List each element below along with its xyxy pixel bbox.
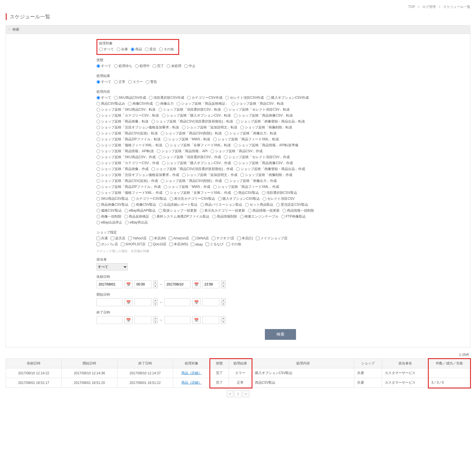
shop-check[interactable]: SHOPLIST店 (121, 242, 145, 247)
content-radio[interactable]: ショップ反映「商品画像」転送 (97, 119, 149, 124)
target-link[interactable]: 商品（詳細） (181, 381, 202, 385)
content-radio[interactable]: すべて (97, 95, 111, 100)
content-radio[interactable]: eBay商品API取込 (125, 208, 156, 213)
shop-check[interactable]: ebay (191, 242, 203, 246)
result-radio[interactable]: すべて (97, 80, 111, 84)
content-radio[interactable]: ショップ反映「MWS」作成 (164, 184, 210, 189)
shop-check[interactable]: Qoo10店 (148, 242, 166, 247)
content-radio[interactable]: ショップ反映「項目選択肢CSV」作成 (158, 155, 221, 160)
content-radio[interactable]: ショップ反映「商品画像CSV」転送 (234, 113, 293, 118)
content-radio[interactable]: 商品バリエーション取込 (200, 202, 242, 207)
content-radio[interactable]: 画像一括削除 (97, 214, 121, 219)
time-from[interactable] (134, 298, 151, 306)
pager-prev[interactable]: < (227, 390, 233, 397)
content-radio[interactable]: ショップ反映「購入オプションCSV」作成 (162, 161, 231, 166)
content-radio[interactable]: ショップ反映「商品フィードXML」作成 (213, 184, 279, 189)
content-radio[interactable]: カテゴリーCSV取込 (131, 196, 167, 201)
date-from[interactable] (97, 316, 123, 324)
content-radio[interactable]: 商品情報一括更新 (248, 208, 280, 213)
content-radio[interactable]: ショップ反映「画像削除」作成 (240, 173, 292, 177)
shop-check[interactable]: 本店(C) (237, 236, 253, 241)
status-radio[interactable]: 中止 (184, 64, 196, 68)
pager-current[interactable]: 1 (235, 390, 241, 397)
content-radio[interactable]: ショップ反映「画像削除」転送 (240, 125, 292, 130)
content-radio[interactable]: ショップ反映「商品反映検証」 (177, 101, 229, 106)
breadcrumb-top[interactable]: TOP (408, 5, 415, 9)
content-radio[interactable]: ショップ反映「商品フィードXML」転送 (213, 137, 279, 142)
target-link[interactable]: 商品（詳細） (181, 371, 202, 375)
time-stepper[interactable]: ▲▼ (221, 280, 226, 288)
target-radio[interactable]: 商品 (131, 47, 142, 52)
content-radio[interactable]: ショップ反映「商品ZIPファイル」作成 (97, 184, 161, 189)
content-radio[interactable]: ショップ反映「追加説明文」作成 (182, 173, 237, 177)
target-radio[interactable]: 在庫 (117, 47, 128, 52)
content-radio[interactable]: セレクト項目CSV (263, 196, 295, 201)
date-to[interactable] (164, 298, 190, 306)
content-radio[interactable]: セレクト項目CSV作成 (225, 95, 264, 100)
content-radio[interactable]: ショップ反映「商品CSV(追加)」作成 (97, 179, 158, 183)
calendar-icon[interactable]: 📅 (192, 298, 201, 306)
content-radio[interactable]: ショップ反映「追加説明文」転送 (182, 125, 237, 130)
shop-check[interactable]: ぐるなび (205, 242, 224, 247)
content-radio[interactable]: ショップ反映「在庫フィードXML」転送 (165, 143, 231, 148)
content-radio[interactable]: ショップ反映「商品画像」作成 (97, 167, 149, 171)
result-radio[interactable]: 正常 (114, 80, 125, 84)
content-radio[interactable]: ショップ反映「商品画像CSV」作成 (234, 161, 293, 166)
content-radio[interactable]: ショップ反映「注目オプション価格追加要求」作成 (97, 173, 179, 177)
time-to[interactable] (202, 280, 219, 288)
content-radio[interactable]: ショップ反映「商品CSV(項目選択肢初期化)」作成 (151, 167, 233, 171)
content-radio[interactable]: ショップ反映「商品CSV(削除)」作成 (161, 179, 222, 183)
content-radio[interactable]: 表示先カテゴリー一括更新 (200, 208, 245, 213)
status-radio[interactable]: 未処理 (167, 64, 181, 68)
content-radio[interactable]: ショップ反映「商品CSV」転送 (231, 101, 284, 106)
shop-check[interactable]: 本店(M) (149, 236, 166, 241)
shop-check[interactable]: Yahoo!店 (128, 236, 147, 241)
date-from[interactable] (97, 298, 123, 306)
calendar-icon[interactable]: 📅 (192, 280, 201, 288)
content-radio[interactable]: 商品情報一括削除 (282, 208, 314, 213)
content-radio[interactable]: 画像出力 (156, 101, 174, 106)
content-radio[interactable]: 取扱ショップ一括更新 (158, 208, 197, 213)
content-radio[interactable]: ショップ反映「商品情報」API転送準備 (234, 143, 298, 148)
time-from[interactable] (134, 316, 151, 324)
content-radio[interactable]: 表示先カテゴリーCSV取込 (170, 196, 215, 201)
time-to[interactable] (202, 316, 219, 324)
content-radio[interactable]: 商品情報削除 (212, 214, 237, 219)
status-radio[interactable]: 処理待ち (114, 64, 132, 68)
content-radio[interactable]: ショップ反映「セレクト項目CSV」作成 (224, 155, 290, 160)
content-radio[interactable]: eBay出品停止 (97, 220, 122, 225)
content-radio[interactable]: 出品詳細レポート取込 (159, 202, 198, 207)
content-radio[interactable]: 価格CSV取込 (97, 208, 122, 213)
content-radio[interactable]: 商品画像CSV取込 (97, 202, 128, 207)
time-stepper[interactable]: ▲▼ (153, 298, 158, 306)
status-radio[interactable]: すべて (97, 64, 111, 68)
date-to[interactable] (164, 280, 190, 288)
content-radio[interactable]: ショップ反映「注目オプション価格追加要求」転送 (97, 125, 179, 130)
content-radio[interactable]: ショップ反映「SKU商品CSV」転送 (97, 107, 156, 112)
pager-next[interactable]: > (243, 390, 249, 397)
shop-check[interactable]: メイクショップ店 (256, 236, 288, 241)
calendar-icon[interactable]: 📅 (192, 316, 201, 324)
content-radio[interactable]: ショップ反映「カテゴリーCSV」転送 (97, 113, 159, 118)
content-radio[interactable]: ショップ反映「商品CSV(追加)」転送 (97, 131, 158, 136)
content-radio[interactable]: 項目選択肢CSV作成 (149, 95, 184, 100)
time-to[interactable] (202, 298, 219, 306)
content-radio[interactable]: eBay再出品 (125, 220, 147, 225)
content-radio[interactable]: 画像CSV作成 (128, 101, 153, 106)
search-button[interactable]: 検索 (265, 329, 296, 340)
time-stepper[interactable]: ▲▼ (153, 316, 158, 324)
status-radio[interactable]: 処理中 (135, 64, 150, 68)
time-from[interactable] (134, 280, 151, 288)
status-radio[interactable]: 完了 (153, 64, 164, 68)
content-radio[interactable]: ショップ反映「SKU商品CSV」作成 (97, 155, 156, 160)
shop-check[interactable]: ポンパレ店 (97, 242, 118, 247)
result-radio[interactable]: エラー (128, 80, 143, 84)
search-panel-header[interactable]: - 検索 (6, 25, 470, 34)
content-radio[interactable]: ショップ反映「商品情報」API (157, 149, 207, 154)
time-stepper[interactable]: ▲▼ (221, 316, 226, 324)
time-stepper[interactable]: ▲▼ (221, 298, 226, 306)
content-radio[interactable]: 受注設定CSV取込 (276, 202, 308, 207)
content-radio[interactable]: ショップ反映「商品CSV(削除)」転送 (161, 131, 222, 136)
content-radio[interactable]: ショップ反映「MWS」転送 (164, 137, 210, 142)
shop-check[interactable]: その他 (226, 242, 241, 247)
